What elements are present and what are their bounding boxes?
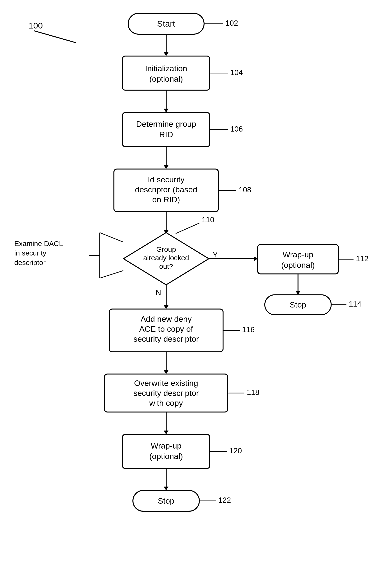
label-102: 102 — [226, 19, 238, 27]
node-deny-line1: Add new deny — [140, 314, 192, 323]
examine-dacl-line3: descriptor — [14, 259, 46, 266]
label-100: 100 — [28, 21, 43, 31]
label-106: 106 — [230, 125, 243, 133]
node-deny-line2: ACE to copy of — [139, 324, 193, 333]
diagram-container: 100 Start 102 Initialization (optional) … — [0, 0, 392, 582]
label-110: 110 — [202, 215, 214, 224]
node-decision-line3: out? — [159, 262, 173, 270]
node-decision-line2: already locked — [143, 254, 189, 262]
svg-rect-26 — [258, 245, 338, 274]
label-122: 122 — [218, 496, 231, 504]
label-120: 120 — [229, 446, 242, 455]
label-y: Y — [212, 251, 218, 259]
node-wrapup2-line2: (optional) — [149, 452, 183, 461]
label-108: 108 — [239, 185, 251, 194]
label-114: 114 — [349, 300, 362, 308]
node-rid-line1: Determine group — [136, 120, 196, 129]
examine-dacl-line2: in security — [14, 249, 46, 257]
label-112: 112 — [356, 254, 368, 263]
node-decision-line1: Group — [156, 245, 176, 253]
node-stop1-label: Stop — [290, 300, 306, 309]
node-start-label: Start — [157, 19, 175, 29]
examine-dacl-line1: Examine DACL — [14, 240, 63, 247]
label-116: 116 — [242, 325, 254, 334]
label-104: 104 — [230, 68, 243, 77]
node-overwrite-line2: security descriptor — [133, 388, 199, 397]
label-n: N — [156, 288, 161, 297]
node-init-line2: (optional) — [149, 74, 183, 83]
node-rid-line2: RID — [159, 130, 173, 139]
node-init-line1: Initialization — [145, 64, 187, 73]
node-idsec-line3: on RID) — [152, 195, 180, 204]
node-idsec-line1: Id security — [148, 175, 184, 184]
node-wrapup2-line1: Wrap-up — [151, 441, 182, 450]
node-stop2-label: Stop — [158, 496, 174, 505]
node-deny-line3: security descriptor — [133, 334, 199, 343]
svg-rect-6 — [122, 56, 210, 90]
node-wrapup1-line2: (optional) — [281, 261, 315, 270]
node-overwrite-line1: Overwrite existing — [134, 378, 198, 387]
label-118: 118 — [247, 388, 259, 397]
node-overwrite-line3: with copy — [149, 398, 183, 407]
node-idsec-line2: descriptor (based — [135, 185, 197, 194]
node-wrapup1-line1: Wrap-up — [282, 250, 314, 259]
